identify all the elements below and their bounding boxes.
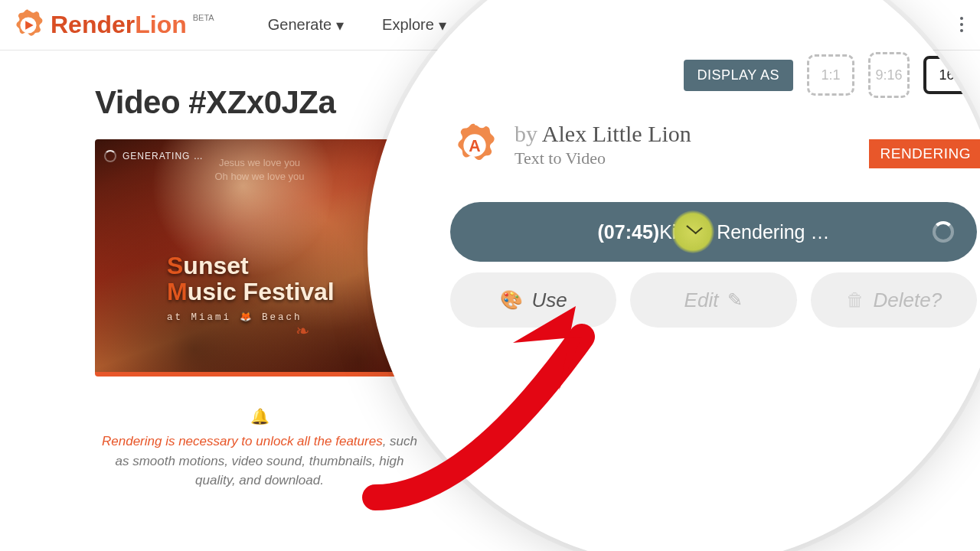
ratio-1-1[interactable]: 1:1 [807, 54, 854, 96]
ratio-16-9[interactable]: 16:9 [923, 56, 980, 94]
video-id-heading: Video #XZx0JZa [95, 84, 424, 121]
use-button[interactable]: 🎨Use [450, 272, 616, 328]
ratio-9-16[interactable]: 9:16 [868, 52, 910, 98]
spinner-icon [104, 150, 116, 162]
more-menu-icon[interactable] [954, 11, 969, 38]
brand-logo[interactable]: RenderLion BETA [11, 8, 214, 43]
leaf-icon: ❧ [296, 321, 309, 341]
nav-generate[interactable]: Generate▾ [268, 16, 344, 34]
brand-name: RenderLion [51, 11, 187, 39]
preview-title: Sunset Music Festival at Miami 🦊 Beach [167, 253, 335, 323]
trash-icon: 🗑 [846, 289, 864, 311]
display-as-label: DISPLAY AS [684, 60, 793, 91]
author-name: Alex Little Lion [542, 121, 691, 146]
author-avatar-icon: A [450, 121, 499, 170]
lion-logo-icon [11, 8, 46, 43]
bell-icon: 🔔 [95, 407, 424, 425]
chevron-down-icon: ▾ [336, 16, 344, 34]
beta-tag: BETA [193, 13, 214, 22]
author-block: A by Alex Little Lion Text to Video [450, 121, 691, 170]
delete-button[interactable]: 🗑Delete? [811, 272, 977, 328]
scribble-icon: ✎ [727, 289, 743, 311]
aspect-ratio-picker: DISPLAY AS 1:1 9:16 16:9 [684, 52, 980, 98]
svg-text:A: A [469, 137, 480, 155]
status-badge: RENDERING [869, 139, 980, 168]
zoom-detail: DISPLAY AS 1:1 9:16 16:9 A by Alex Littl… [368, 0, 980, 551]
render-progress-bar[interactable]: (07:45) Kingly Rendering … [450, 202, 977, 262]
video-type: Text to Video [514, 148, 691, 168]
nav-explore[interactable]: Explore▾ [382, 16, 446, 34]
edit-button[interactable]: Edit✎ [630, 272, 796, 328]
preview-ghost-text: Jesus we love you Oh how we love you [214, 156, 304, 183]
palette-icon: 🎨 [500, 289, 523, 311]
generating-badge: GENERATING … [104, 150, 204, 162]
spinner-icon [933, 221, 954, 243]
rendering-hint: 🔔 Rendering is necessary to unlock all t… [95, 407, 424, 491]
chevron-down-icon: ▾ [439, 16, 446, 34]
action-row: 🎨Use Edit✎ 🗑Delete? [450, 272, 977, 328]
